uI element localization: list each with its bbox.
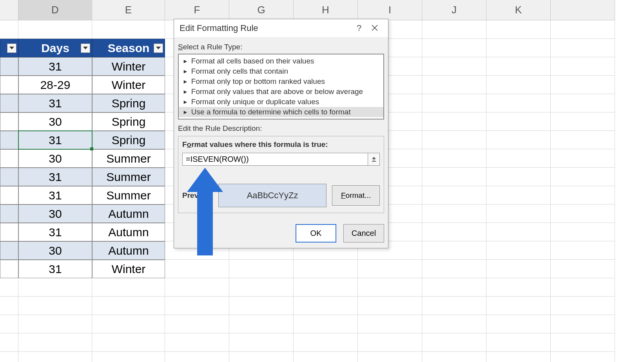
rule-type-list[interactable]: ►Format all cells based on their values►… — [178, 54, 384, 119]
table-cell[interactable] — [0, 186, 18, 205]
header-label: Days — [41, 42, 69, 55]
list-marker-icon: ► — [183, 58, 188, 64]
col-header[interactable]: H — [294, 0, 358, 20]
close-icon — [372, 25, 378, 31]
col-header[interactable]: E — [92, 0, 165, 20]
list-marker-icon: ► — [183, 78, 188, 85]
rule-type-item[interactable]: ►Format only cells that contain — [179, 66, 383, 76]
table-cell[interactable]: Autumn — [92, 241, 165, 260]
range-select-icon — [371, 157, 377, 162]
table-cell[interactable]: Summer — [92, 186, 165, 205]
col-header[interactable] — [0, 0, 18, 20]
table-header-cell[interactable]: Season — [92, 39, 165, 57]
table-header-cell[interactable]: Days — [18, 39, 92, 57]
rule-type-item[interactable]: ►Format only values that are above or be… — [179, 87, 383, 97]
rule-type-label: Format only top or bottom ranked values — [191, 77, 325, 86]
collapse-dialog-button[interactable] — [368, 153, 380, 166]
rule-type-item[interactable]: ►Format only top or bottom ranked values — [179, 76, 383, 87]
table-cell[interactable]: 30 — [18, 205, 92, 223]
list-marker-icon: ► — [183, 109, 188, 115]
header-label: Season — [108, 42, 150, 55]
table-cell[interactable]: Winter — [92, 260, 165, 278]
dialog-titlebar[interactable]: Edit Formatting Rule ? — [174, 19, 388, 37]
table-cell[interactable]: 31 — [18, 131, 92, 149]
table-cell[interactable]: 31 — [18, 186, 92, 205]
rule-type-item[interactable]: ►Use a formula to determine which cells … — [179, 107, 383, 117]
formula-input[interactable] — [182, 153, 368, 166]
ok-button[interactable]: OK — [296, 224, 336, 243]
table-cell[interactable]: 30 — [18, 241, 92, 260]
col-header[interactable]: G — [229, 0, 294, 20]
rule-type-item[interactable]: ►Format only unique or duplicate values — [179, 97, 383, 107]
col-header[interactable]: I — [358, 0, 422, 20]
table-cell[interactable]: 30 — [18, 149, 92, 168]
table-cell[interactable]: Autumn — [92, 205, 165, 223]
help-button[interactable]: ? — [351, 23, 367, 33]
table-cell[interactable]: Spring — [92, 112, 165, 131]
format-preview: AaBbCcYyZz — [218, 184, 327, 207]
table-cell[interactable]: 31 — [18, 94, 92, 112]
table-cell[interactable]: Spring — [92, 94, 165, 112]
rule-type-label: Format all cells based on their values — [191, 57, 314, 65]
table-cell[interactable]: 30 — [18, 112, 92, 131]
formula-label: Format values where this formula is true… — [182, 140, 380, 149]
filter-dropdown-icon[interactable] — [154, 43, 163, 53]
list-marker-icon: ► — [183, 68, 188, 74]
table-cell[interactable] — [0, 223, 18, 241]
table-cell[interactable]: Summer — [92, 168, 165, 186]
table-cell[interactable] — [0, 260, 18, 278]
table-cell[interactable] — [0, 168, 18, 186]
col-header[interactable]: F — [165, 0, 229, 20]
table-cell[interactable]: 28-29 — [18, 76, 92, 94]
table-cell[interactable] — [0, 112, 18, 131]
rule-type-item[interactable]: ►Format all cells based on their values — [179, 56, 383, 66]
col-header[interactable]: D — [18, 0, 92, 20]
col-header[interactable] — [551, 0, 615, 20]
table-cell[interactable]: Spring — [92, 131, 165, 149]
preview-label: Preview: — [182, 191, 213, 200]
table-cell[interactable] — [0, 149, 18, 168]
dialog-title: Edit Formatting Rule — [180, 23, 351, 33]
table-cell[interactable] — [0, 205, 18, 223]
table-cell[interactable] — [0, 131, 18, 149]
list-marker-icon: ► — [183, 89, 188, 95]
col-header[interactable]: J — [422, 0, 486, 20]
col-header[interactable]: K — [486, 0, 551, 20]
table-header-cell[interactable] — [0, 39, 18, 57]
rule-type-label: Format only unique or duplicate values — [191, 98, 319, 106]
table-cell[interactable]: Autumn — [92, 223, 165, 241]
cancel-button[interactable]: Cancel — [343, 224, 384, 243]
table-cell[interactable]: Summer — [92, 149, 165, 168]
format-button[interactable]: Format... — [332, 185, 380, 206]
close-button[interactable] — [367, 23, 383, 33]
edit-formatting-rule-dialog: Edit Formatting Rule ? Select a Rule Typ… — [174, 19, 388, 248]
rule-type-label: Use a formula to determine which cells t… — [191, 108, 351, 116]
table-cell[interactable]: 31 — [18, 260, 92, 278]
edit-rule-description-label: Edit the Rule Description: — [178, 124, 384, 133]
table-cell[interactable] — [0, 76, 18, 94]
rule-description-panel: Format values where this formula is true… — [178, 136, 384, 213]
table-cell[interactable]: 31 — [18, 57, 92, 76]
table-cell[interactable] — [0, 241, 18, 260]
table-cell[interactable]: 31 — [18, 223, 92, 241]
rule-type-label: Format only cells that contain — [191, 67, 288, 76]
table-cell[interactable]: Winter — [92, 76, 165, 94]
rule-type-label: Format only values that are above or bel… — [191, 87, 363, 96]
table-cell[interactable]: 31 — [18, 168, 92, 186]
table-cell[interactable]: Winter — [92, 57, 165, 76]
column-headers: D E F G H I J K — [0, 0, 644, 20]
list-marker-icon: ► — [183, 99, 188, 105]
table-cell[interactable] — [0, 94, 18, 112]
svg-rect-2 — [372, 161, 376, 162]
filter-dropdown-icon[interactable] — [7, 43, 16, 53]
table-cell[interactable] — [0, 57, 18, 76]
select-rule-type-label: Select a Rule Type: — [178, 43, 384, 51]
filter-dropdown-icon[interactable] — [81, 43, 90, 53]
